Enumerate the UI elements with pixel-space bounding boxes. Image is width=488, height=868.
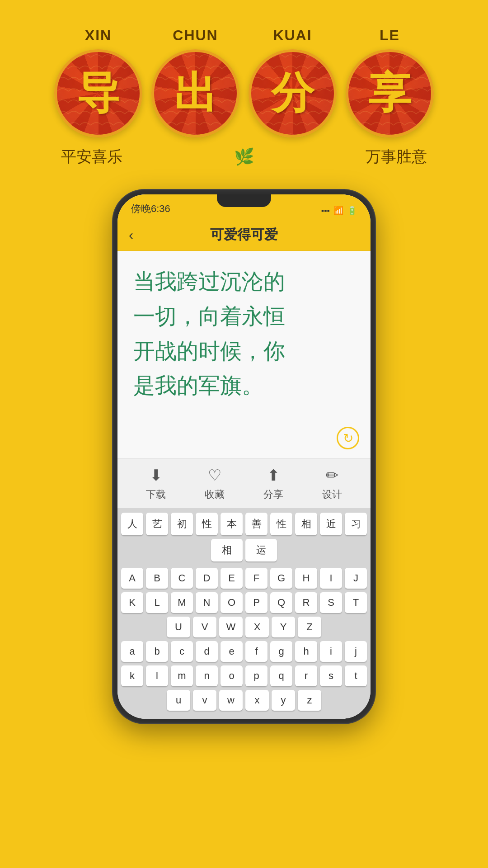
alpha-key[interactable]: U xyxy=(167,617,190,637)
suggest-key[interactable]: 性 xyxy=(196,513,218,535)
stamp-label: XIN xyxy=(85,27,112,44)
suggestion-row-2: 相运 xyxy=(121,539,367,561)
left-text: 平安喜乐 xyxy=(61,146,122,167)
phone-notch xyxy=(217,194,271,207)
bottom-text-row: 平安喜乐 🌿 万事胜意 xyxy=(52,146,436,167)
alpha-key[interactable]: y xyxy=(272,690,295,711)
alpha-key[interactable]: d xyxy=(196,641,218,662)
alpha-key[interactable]: e xyxy=(221,641,243,662)
suggest-key[interactable]: 本 xyxy=(221,513,243,535)
action-label: 下载 xyxy=(146,488,166,501)
action-item[interactable]: ⬇下载 xyxy=(146,466,166,501)
alpha-key[interactable]: M xyxy=(171,592,193,613)
lotus-icon: 🌿 xyxy=(234,147,254,166)
alpha-key[interactable]: L xyxy=(146,592,168,613)
alpha-key[interactable]: g xyxy=(270,641,292,662)
alpha-key[interactable]: b xyxy=(146,641,168,662)
alpha-key[interactable]: O xyxy=(221,592,243,613)
suggest-key[interactable]: 相 xyxy=(295,513,317,535)
action-item[interactable]: ♡收藏 xyxy=(205,466,225,501)
alpha-key[interactable]: X xyxy=(245,617,269,637)
refresh-icon: ↻ xyxy=(343,431,353,446)
suggest-key[interactable]: 近 xyxy=(320,513,342,535)
alpha-key[interactable]: i xyxy=(320,641,342,662)
suggest-key[interactable]: 人 xyxy=(121,513,143,535)
alpha-key[interactable]: q xyxy=(270,665,292,686)
suggest-key[interactable]: 善 xyxy=(245,513,267,535)
main-text: 当我跨过沉沦的一切，向着永恒开战的时候，你是我的军旗。 xyxy=(133,264,355,403)
alpha-key[interactable]: a xyxy=(121,641,143,662)
alpha-key[interactable]: n xyxy=(196,665,218,686)
action-label: 设计 xyxy=(322,488,342,501)
refresh-button[interactable]: ↻ xyxy=(337,427,359,449)
alpha-key[interactable]: W xyxy=(219,617,243,637)
alpha-key[interactable]: K xyxy=(121,592,143,613)
alpha-key[interactable]: k xyxy=(121,665,143,686)
alpha-key[interactable]: z xyxy=(298,690,321,711)
alpha-key[interactable]: G xyxy=(270,568,292,589)
alpha-key[interactable]: P xyxy=(245,592,267,613)
alpha-key[interactable]: B xyxy=(146,568,168,589)
stamp-circle: 享 xyxy=(346,49,434,137)
action-icon: ✏ xyxy=(326,466,338,484)
alpha-key[interactable]: F xyxy=(245,568,267,589)
back-button[interactable]: ‹ xyxy=(129,227,133,243)
alpha-key[interactable]: r xyxy=(295,665,317,686)
alpha-key[interactable]: w xyxy=(219,690,243,711)
alpha-key[interactable]: V xyxy=(193,617,216,637)
alpha-row-2: UVWXYZ xyxy=(121,617,367,637)
alpha-key[interactable]: o xyxy=(221,665,243,686)
phone-inner: 傍晚6:36 ▪▪▪ 📶 🔋 ‹ 可爱得可爱 当我跨过沉沦的一切，向着永恒开战的… xyxy=(117,194,371,719)
suggest-key[interactable]: 运 xyxy=(245,539,277,561)
alpha-key[interactable]: D xyxy=(196,568,218,589)
alpha-key[interactable]: T xyxy=(345,592,367,613)
alpha-key[interactable]: N xyxy=(196,592,218,613)
alpha-key[interactable]: S xyxy=(320,592,342,613)
status-icons: ▪▪▪ 📶 🔋 xyxy=(321,206,357,216)
signal-icon: ▪▪▪ xyxy=(321,206,330,216)
alpha-key[interactable]: s xyxy=(320,665,342,686)
alpha-key[interactable]: H xyxy=(295,568,317,589)
suggest-key[interactable]: 性 xyxy=(270,513,292,535)
app-header: ‹ 可爱得可爱 xyxy=(117,219,371,251)
keyboard-area: 人艺初性本善性相近习相运ABCDEFGHIJKLMNOPQRSTUVWXYZab… xyxy=(117,508,371,719)
alpha-key[interactable]: Q xyxy=(270,592,292,613)
phone-outer: 傍晚6:36 ▪▪▪ 📶 🔋 ‹ 可爱得可爱 当我跨过沉沦的一切，向着永恒开战的… xyxy=(113,190,375,723)
alpha-key[interactable]: R xyxy=(295,592,317,613)
alpha-row-5: uvwxyz xyxy=(121,690,367,711)
alpha-key[interactable]: I xyxy=(320,568,342,589)
alpha-key[interactable]: A xyxy=(121,568,143,589)
alpha-key[interactable]: m xyxy=(171,665,193,686)
alpha-key[interactable]: C xyxy=(171,568,193,589)
alpha-key[interactable]: v xyxy=(193,690,216,711)
alpha-row-3: abcdefghij xyxy=(121,641,367,662)
action-bar: ⬇下载♡收藏⬆分享✏设计 xyxy=(117,458,371,508)
stamp-item: XIN导 xyxy=(54,27,142,137)
suggest-key[interactable]: 习 xyxy=(345,513,367,535)
alpha-key[interactable]: j xyxy=(345,641,367,662)
action-icon: ⬆ xyxy=(267,466,280,484)
alpha-key[interactable]: h xyxy=(295,641,317,662)
suggest-key[interactable]: 初 xyxy=(171,513,193,535)
header-title: 可爱得可爱 xyxy=(210,226,278,244)
alpha-key[interactable]: p xyxy=(245,665,267,686)
alpha-key[interactable]: u xyxy=(167,690,190,711)
alpha-key[interactable]: f xyxy=(245,641,267,662)
action-item[interactable]: ⬆分享 xyxy=(263,466,283,501)
alpha-key[interactable]: E xyxy=(221,568,243,589)
alpha-key[interactable]: Y xyxy=(272,617,295,637)
alpha-key[interactable]: x xyxy=(245,690,269,711)
alpha-key[interactable]: t xyxy=(345,665,367,686)
stamp-label: LE xyxy=(380,27,400,44)
suggest-key[interactable]: 相 xyxy=(211,539,243,561)
alpha-key[interactable]: Z xyxy=(298,617,321,637)
alpha-key[interactable]: c xyxy=(171,641,193,662)
alpha-key[interactable]: J xyxy=(345,568,367,589)
stamp-circle: 分 xyxy=(249,49,337,137)
phone-section: 傍晚6:36 ▪▪▪ 📶 🔋 ‹ 可爱得可爱 当我跨过沉沦的一切，向着永恒开战的… xyxy=(0,181,488,741)
action-label: 分享 xyxy=(263,488,283,501)
action-item[interactable]: ✏设计 xyxy=(322,466,342,501)
alpha-key[interactable]: l xyxy=(146,665,168,686)
action-label: 收藏 xyxy=(205,488,225,501)
suggest-key[interactable]: 艺 xyxy=(146,513,168,535)
